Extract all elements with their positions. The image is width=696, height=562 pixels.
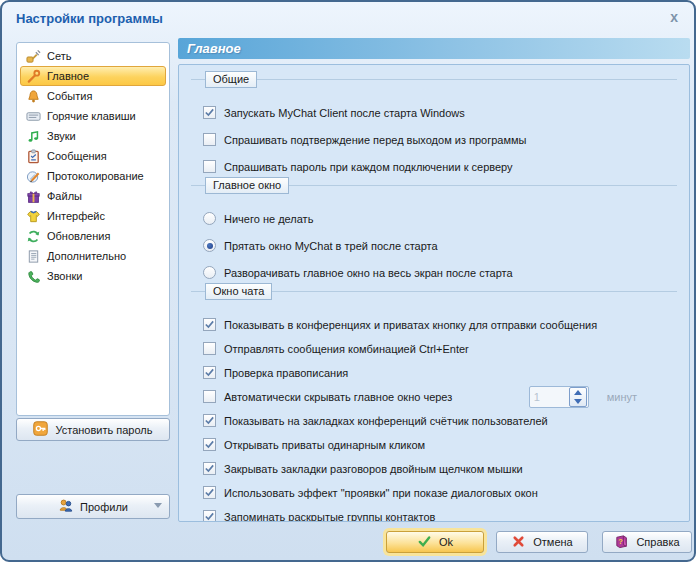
svg-text:?: ?	[619, 536, 624, 545]
sidebar-item-refresh[interactable]: Обновления	[20, 226, 166, 246]
settings-panel: ОбщиеЗапускать MyChat Client после старт…	[178, 64, 690, 522]
option-label[interactable]: Закрывать закладки разговоров двойным ще…	[224, 463, 523, 475]
logging-pencil-icon	[25, 168, 41, 184]
sidebar-item-document[interactable]: Дополнительно	[20, 246, 166, 266]
help-book-icon: ?	[614, 534, 629, 551]
checkbox-row: Открывать приваты одинарным кликом	[203, 436, 671, 453]
sidebar-item-clipboard[interactable]: Сообщения	[20, 146, 166, 166]
sidebar-item-shirt[interactable]: Интерфейс	[20, 206, 166, 226]
checkbox-row: Запускать MyChat Client после старта Win…	[203, 104, 671, 121]
checkbox[interactable]	[203, 390, 216, 403]
option-label[interactable]: Прятать окно MyChat в трей после старта	[224, 240, 438, 252]
checkbox[interactable]	[203, 318, 216, 331]
network-icon	[25, 48, 41, 64]
checkbox[interactable]	[203, 106, 216, 119]
sidebar-item-label: Сеть	[47, 50, 71, 62]
users-icon	[58, 498, 73, 515]
sidebar-item-label: Интерфейс	[47, 210, 105, 222]
radio-button[interactable]	[203, 239, 216, 252]
checkbox[interactable]	[203, 160, 216, 173]
page-title: Главное	[178, 38, 690, 59]
checkbox[interactable]	[203, 366, 216, 379]
option-label[interactable]: Спрашивать пароль при каждом подключении…	[224, 161, 513, 173]
ok-label: Ok	[439, 536, 453, 548]
ok-button[interactable]: Ok	[386, 531, 484, 553]
cancel-label: Отмена	[533, 536, 572, 548]
group-box: ОбщиеЗапускать MyChat Client после старт…	[191, 79, 677, 175]
sidebar-item-label: Главное	[47, 70, 89, 82]
checkbox-row: Отправлять сообщения комбинацией Ctrl+En…	[203, 340, 671, 357]
option-label[interactable]: Использовать эффект "проявки" при показе…	[224, 487, 538, 499]
option-label[interactable]: Автоматически скрывать главное окно чере…	[224, 391, 452, 403]
checkbox[interactable]	[203, 414, 216, 427]
profiles-button[interactable]: Профили	[16, 494, 170, 519]
sidebar-item-bell[interactable]: События	[20, 86, 166, 106]
sidebar-item-gift[interactable]: Файлы	[20, 186, 166, 206]
radio-row: Прятать окно MyChat в трей после старта	[203, 237, 671, 254]
key-icon	[33, 421, 48, 438]
shirt-icon	[25, 208, 41, 224]
option-label[interactable]: Запоминать раскрытые группы контактов	[224, 511, 435, 523]
chevron-down-icon	[154, 503, 162, 508]
sidebar-item-label: Протоколирование	[47, 170, 144, 182]
option-label[interactable]: Запускать MyChat Client после старта Win…	[224, 107, 465, 119]
radio-row: Ничего не делать	[203, 210, 671, 227]
option-label[interactable]: Спрашивать подтверждение перед выходом и…	[224, 134, 526, 146]
close-icon[interactable]: x	[670, 10, 678, 24]
checkbox-row: Показывать в конференциях и приватах кно…	[203, 316, 671, 333]
sidebar-item-music-note[interactable]: Звуки	[20, 126, 166, 146]
option-label[interactable]: Проверка правописания	[224, 367, 348, 379]
group-legend: Окно чата	[205, 283, 272, 300]
sidebar-item-phone[interactable]: Звонки	[20, 266, 166, 286]
spin-down-icon[interactable]	[570, 397, 586, 406]
radio-button[interactable]	[203, 266, 216, 279]
sidebar-item-label: Звонки	[47, 270, 83, 282]
sidebar-item-label: Сообщения	[47, 150, 107, 162]
sidebar-item-network[interactable]: Сеть	[20, 46, 166, 66]
sidebar-item-label: Звуки	[47, 130, 76, 142]
checkbox[interactable]	[203, 342, 216, 355]
radio-row: Разворачивать главное окно на весь экран…	[203, 264, 671, 281]
bell-icon	[25, 88, 41, 104]
set-password-button[interactable]: Установить пароль	[16, 418, 170, 441]
option-label[interactable]: Ничего не делать	[224, 213, 313, 225]
option-label[interactable]: Разворачивать главное окно на весь экран…	[224, 267, 513, 279]
option-label[interactable]: Показывать в конференциях и приватах кно…	[224, 319, 597, 331]
cancel-button[interactable]: Отмена	[496, 531, 588, 553]
sidebar-item-wrench[interactable]: Главное	[20, 66, 166, 86]
sidebar-item-label: Обновления	[47, 230, 110, 242]
checkbox[interactable]	[203, 462, 216, 475]
checkbox[interactable]	[203, 510, 216, 522]
checkbox[interactable]	[203, 133, 216, 146]
option-label[interactable]: Показывать на закладках конференций счёт…	[224, 415, 548, 427]
sidebar-item-label: Горячие клавиши	[47, 110, 136, 122]
sidebar-item-keyboard[interactable]: Горячие клавиши	[20, 106, 166, 126]
document-icon	[25, 248, 41, 264]
sidebar-item-logging-pencil[interactable]: Протоколирование	[20, 166, 166, 186]
option-label[interactable]: Отправлять сообщения комбинацией Ctrl+En…	[224, 343, 469, 355]
set-password-label: Установить пароль	[55, 424, 152, 436]
checkbox[interactable]	[203, 486, 216, 499]
option-label[interactable]: Открывать приваты одинарным кликом	[224, 439, 425, 451]
sidebar-item-label: События	[47, 90, 92, 102]
titlebar[interactable]: Настройки программы x	[2, 2, 694, 36]
checkbox[interactable]	[203, 438, 216, 451]
spinner-buttons	[569, 387, 587, 407]
group-legend: Главное окно	[205, 177, 289, 194]
spin-up-icon[interactable]	[570, 388, 586, 397]
hide-delay-input[interactable]: 1	[530, 391, 569, 403]
clipboard-icon	[25, 148, 41, 164]
help-label: Справка	[636, 536, 679, 548]
checkbox-row: Показывать на закладках конференций счёт…	[203, 412, 671, 429]
radio-button[interactable]	[203, 212, 216, 225]
hide-delay-spinner: 1	[529, 386, 589, 408]
refresh-icon	[25, 228, 41, 244]
group-legend: Общие	[205, 71, 257, 88]
wrench-icon	[25, 68, 41, 84]
group-box: Главное окноНичего не делатьПрятать окно…	[191, 185, 677, 281]
checkbox-row: Спрашивать подтверждение перед выходом и…	[203, 131, 671, 148]
music-note-icon	[25, 128, 41, 144]
checkbox-row: Закрывать закладки разговоров двойным ще…	[203, 460, 671, 477]
help-button[interactable]: ? Справка	[602, 531, 692, 553]
checkbox-row: Проверка правописания	[203, 364, 671, 381]
